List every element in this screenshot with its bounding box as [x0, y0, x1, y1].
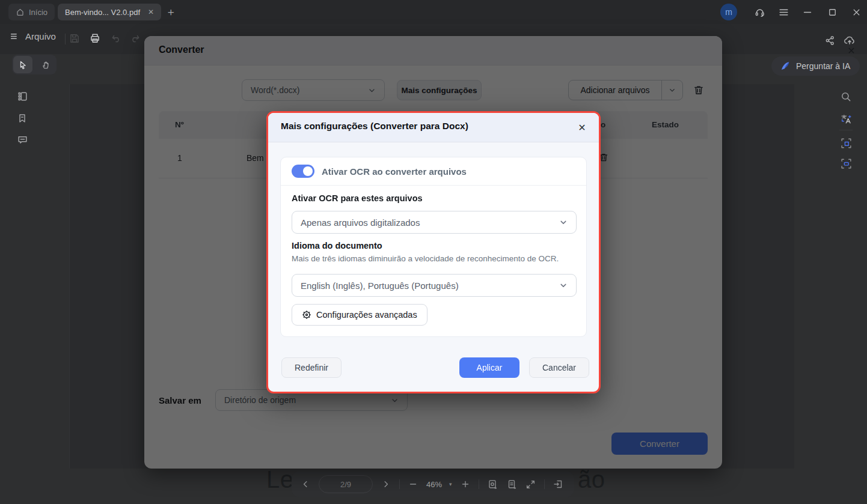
modal-title: Mais configurações (Converter para Docx) [281, 121, 468, 132]
ocr-scope-select[interactable]: Apenas arquivos digitalizados [292, 211, 577, 234]
converter-dialog-title: Converter [159, 44, 204, 55]
single-page-view-button[interactable] [506, 478, 518, 490]
language-select[interactable]: English (Inglês), Português (Português) [292, 274, 577, 297]
tab-close-icon[interactable]: ✕ [148, 8, 154, 16]
add-files-button[interactable]: Adicionar arquivos [568, 80, 683, 100]
hand-icon [41, 60, 51, 70]
col-status: Estado [652, 120, 679, 129]
file-menu[interactable]: Arquivo [10, 31, 56, 41]
save-to-label: Salvar em [159, 395, 201, 405]
minimize-button[interactable] [800, 4, 815, 20]
rail-divider [839, 130, 853, 130]
toolbar-divider [544, 479, 545, 489]
zoom-level[interactable]: 46% [426, 480, 442, 489]
ocr-toggle-label: Ativar OCR ao converter arquivos [322, 166, 467, 177]
ocr-scope-value: Apenas arquivos digitalizados [301, 217, 420, 228]
support-headset-icon[interactable] [752, 4, 767, 20]
tab-home[interactable]: Início [8, 4, 55, 20]
add-files-dropdown[interactable] [661, 80, 682, 100]
next-page-button[interactable] [380, 478, 392, 490]
cancel-button[interactable]: Cancelar [529, 357, 589, 378]
convert-button[interactable]: Converter [611, 433, 708, 455]
capture-window-icon[interactable] [839, 157, 853, 170]
app-window: Início Bem-vindo... V2.0.pdf ✕ ＋ m Arqui… [0, 0, 867, 504]
translate-icon[interactable] [839, 112, 853, 126]
toggle-knob [303, 166, 313, 176]
toolbar-divider [65, 34, 66, 44]
page-navigation-toolbar: 2/9 46% ▾ [292, 471, 574, 497]
language-label: Idioma do documento [292, 241, 382, 250]
new-tab-button[interactable]: ＋ [164, 5, 178, 19]
document-text-fragment-right: ão [578, 466, 605, 493]
advanced-settings-button[interactable]: Configurações avançadas [292, 304, 427, 326]
thumbnails-panel-icon[interactable] [16, 90, 28, 102]
avatar[interactable]: m [720, 4, 737, 20]
tab-home-label: Início [29, 8, 47, 17]
chevron-down-icon [559, 281, 568, 290]
zoom-out-button[interactable] [407, 478, 419, 490]
undo-icon[interactable] [109, 31, 124, 46]
document-text-fragment-left: Le [266, 466, 294, 493]
ocr-settings-card: Ativar OCR ao converter arquivos Ativar … [280, 157, 587, 337]
tab-document[interactable]: Bem-vindo... V2.0.pdf ✕ [58, 4, 161, 20]
add-files-label: Adicionar arquivos [569, 85, 661, 95]
format-select-value: Word(*.docx) [251, 85, 299, 95]
language-value: English (Inglês), Português (Português) [301, 281, 459, 291]
ask-ai-button[interactable]: Perguntar à IA [771, 56, 860, 76]
toolbar-divider [479, 479, 479, 489]
select-tool-button[interactable] [13, 56, 32, 73]
more-settings-button[interactable]: Mais configurações [397, 80, 482, 100]
ask-ai-label: Perguntar à IA [796, 61, 850, 71]
hand-tool-button[interactable] [36, 56, 55, 73]
redo-icon[interactable] [127, 31, 142, 46]
ai-quill-icon [780, 61, 791, 71]
print-icon[interactable] [88, 31, 102, 46]
apply-button[interactable]: Aplicar [459, 357, 519, 378]
converter-dialog-close-icon[interactable]: ✕ [844, 43, 859, 58]
more-settings-modal: Mais configurações (Converter para Docx)… [266, 111, 601, 393]
search-icon[interactable] [839, 90, 853, 103]
toolbar-divider [399, 479, 400, 489]
col-size-fragment: o [601, 120, 605, 129]
row-filename-fragment: Bem [247, 153, 264, 163]
page-number-input[interactable]: 2/9 [319, 475, 373, 493]
home-icon [16, 8, 25, 17]
format-select[interactable]: Word(*.docx) [242, 79, 385, 101]
ocr-scope-label: Ativar OCR para estes arquivos [292, 193, 423, 203]
zoom-caret-icon[interactable]: ▾ [449, 481, 452, 487]
close-window-button[interactable] [848, 4, 864, 20]
file-menu-label: Arquivo [25, 31, 56, 41]
zoom-in-button[interactable] [459, 478, 471, 490]
file-menu-icon [10, 31, 20, 41]
clear-list-trash-icon[interactable] [693, 84, 705, 96]
chevron-down-icon [669, 87, 676, 94]
ocr-toggle[interactable] [292, 165, 314, 178]
cursor-icon [18, 60, 28, 70]
modal-close-icon[interactable]: ✕ [575, 120, 589, 135]
chevron-down-icon [391, 396, 399, 404]
reset-button[interactable]: Redefinir [281, 357, 342, 378]
col-number: Nº [175, 120, 184, 129]
capture-area-icon[interactable] [839, 136, 853, 150]
ocr-toggle-row: Ativar OCR ao converter arquivos [281, 157, 586, 186]
comments-panel-icon[interactable] [16, 133, 28, 145]
advanced-settings-label: Configurações avançadas [316, 310, 417, 320]
language-hint: Mais de três idiomas diminuirão a veloci… [292, 254, 574, 263]
page-display-mode-button[interactable] [486, 478, 498, 490]
main-menu-icon[interactable] [776, 4, 791, 20]
save-icon[interactable] [67, 31, 82, 46]
tab-document-label: Bem-vindo... V2.0.pdf [65, 8, 140, 17]
converter-dialog-header [144, 36, 722, 65]
fullscreen-icon[interactable] [525, 478, 537, 490]
bookmarks-panel-icon[interactable] [16, 112, 28, 124]
read-mode-icon[interactable] [552, 478, 564, 490]
chevron-down-icon [559, 218, 568, 226]
save-to-value: Diretório de origem [224, 395, 296, 405]
row-number: 1 [177, 153, 182, 163]
maximize-button[interactable] [824, 4, 840, 20]
share-icon[interactable] [823, 34, 836, 47]
chevron-down-icon [368, 87, 376, 94]
gear-icon [302, 310, 311, 320]
previous-page-button[interactable] [299, 478, 311, 490]
